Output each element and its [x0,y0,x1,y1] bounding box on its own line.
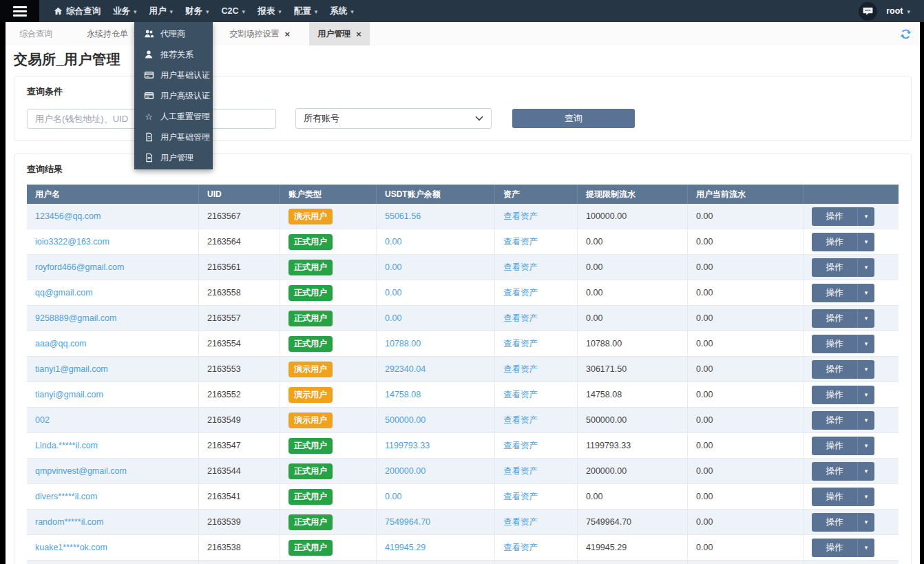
action-button[interactable]: 操作 [812,335,857,353]
usdt-balance-link[interactable]: 0.00 [385,313,401,323]
username-link[interactable]: 002 [35,415,50,425]
action-button[interactable]: 操作 [812,411,857,430]
nav-menu-item[interactable]: 系统 ▾ [324,0,360,22]
username-link[interactable]: 9258889@gmail.com [35,313,116,323]
username-link[interactable]: qmpvinvest@gmail.com [35,466,127,476]
nav-menu-item[interactable]: 综合查询 [48,0,107,22]
action-split-button: 操作 ▾ [812,258,874,277]
usdt-balance-link[interactable]: 292340.04 [385,364,426,374]
action-dropdown-toggle[interactable]: ▾ [857,233,874,251]
view-assets-link[interactable]: 查看资产 [503,211,538,222]
sidebar-toggle-button[interactable] [0,0,39,22]
usdt-balance-link[interactable]: 1199793.33 [385,441,430,450]
usdt-balance-link[interactable]: 10788.00 [385,339,421,348]
dropdown-menu-item[interactable]: 用户基础管理 [134,127,213,147]
nav-menu-item[interactable]: 财务 ▾ [179,0,216,22]
action-button[interactable]: 操作 [812,462,857,481]
tab[interactable]: 交割场控设置 × [222,22,299,45]
action-dropdown-toggle[interactable]: ▾ [857,207,874,226]
username-link[interactable]: qq@gmail.com [35,288,93,297]
username-link[interactable]: Linda.*****il.com [35,441,98,450]
action-button[interactable]: 操作 [812,258,857,277]
action-dropdown-toggle[interactable]: ▾ [857,309,874,328]
usdt-balance-link[interactable]: 14758.08 [385,390,421,399]
action-split-button: 操作 ▾ [812,539,874,557]
action-dropdown-toggle[interactable]: ▾ [857,386,874,404]
view-assets-link[interactable]: 查看资产 [503,236,538,248]
tab-close-icon[interactable]: × [285,30,291,39]
usdt-balance-link[interactable]: 0.00 [385,262,401,272]
nav-menu-item[interactable]: C2C ▾ [216,0,252,22]
view-assets-link[interactable]: 查看资产 [503,516,538,528]
username-link[interactable]: ioio3322@163.com [35,237,109,247]
action-dropdown-toggle[interactable]: ▾ [857,360,874,379]
username-link[interactable]: random*****il.com [35,517,103,527]
action-dropdown-toggle[interactable]: ▾ [857,335,874,353]
action-dropdown-toggle[interactable]: ▾ [857,488,874,506]
user-menu-button[interactable]: root ▾ [886,6,910,16]
action-button[interactable]: 操作 [812,207,857,226]
dropdown-menu-item[interactable]: 用户高级认证 [134,85,213,106]
nav-menu-item[interactable]: 业务 ▾ [107,0,143,22]
search-button[interactable]: 查询 [512,109,635,128]
tab[interactable]: 综合查询 [11,22,61,45]
action-dropdown-toggle[interactable]: ▾ [857,258,874,277]
action-dropdown-toggle[interactable]: ▾ [857,513,874,532]
account-type-select[interactable]: 所有账号 [295,108,492,129]
action-button[interactable]: 操作 [812,513,857,532]
view-assets-link[interactable]: 查看资产 [503,338,538,350]
dropdown-menu-item[interactable]: 用户基础认证 [134,65,213,85]
tab[interactable]: 用户管理 × [309,22,370,45]
action-dropdown-toggle[interactable]: ▾ [857,284,874,302]
dropdown-menu-item[interactable]: 推荐关系 [134,44,213,65]
usdt-balance-link[interactable]: 419945.29 [385,543,426,552]
view-assets-link[interactable]: 查看资产 [503,364,538,375]
view-assets-link[interactable]: 查看资产 [503,389,538,401]
action-button[interactable]: 操作 [812,539,857,557]
view-assets-link[interactable]: 查看资产 [503,440,538,452]
action-dropdown-toggle[interactable]: ▾ [857,437,874,455]
refresh-button[interactable] [900,28,912,40]
account-type-badge: 正式用户 [288,260,333,275]
action-button[interactable]: 操作 [812,386,857,404]
username-link[interactable]: divers*****il.com [35,492,97,501]
usdt-balance-link[interactable]: 0.00 [385,288,401,297]
action-dropdown-toggle[interactable]: ▾ [857,539,874,557]
action-button[interactable]: 操作 [812,488,857,506]
chat-button[interactable] [859,2,877,21]
username-link[interactable]: royford466@gmail.com [35,262,124,272]
action-button[interactable]: 操作 [812,360,857,379]
usdt-balance-link[interactable]: 7549964.70 [385,517,430,527]
table-row: 9258889@gmail.com 2163557 正式用户 0.00 查看资产… [27,306,899,331]
username-link[interactable]: aaa@qq.com [35,339,87,348]
nav-menu-item[interactable]: 报表 ▾ [251,0,288,22]
usdt-balance-link[interactable]: 200000.00 [385,466,426,476]
username-link[interactable]: kuake1*****ok.com [35,543,107,552]
action-button[interactable]: 操作 [812,309,857,328]
tab-close-icon[interactable]: × [356,30,361,39]
action-dropdown-toggle[interactable]: ▾ [857,411,874,430]
view-assets-link[interactable]: 查看资产 [503,491,538,503]
view-assets-link[interactable]: 查看资产 [503,313,538,324]
view-assets-link[interactable]: 查看资产 [503,542,538,554]
nav-menu-item[interactable]: 配置 ▾ [288,0,324,22]
username-link[interactable]: tianyi1@gmail.com [35,364,108,374]
dropdown-menu-item[interactable]: 用户管理 [134,147,213,168]
action-button[interactable]: 操作 [812,233,857,251]
usdt-balance-link[interactable]: 500000.00 [385,415,426,425]
view-assets-link[interactable]: 查看资产 [503,466,538,477]
username-link[interactable]: tianyi@gmail.com [35,390,103,399]
usdt-balance-link[interactable]: 55061.56 [385,211,421,221]
nav-menu-item[interactable]: 用户 ▾ [143,0,180,22]
view-assets-link[interactable]: 查看资产 [503,287,538,299]
view-assets-link[interactable]: 查看资产 [503,415,538,426]
usdt-balance-link[interactable]: 0.00 [385,237,401,247]
usdt-balance-link[interactable]: 0.00 [385,492,401,501]
action-button[interactable]: 操作 [812,284,857,302]
view-assets-link[interactable]: 查看资产 [503,262,538,273]
dropdown-menu-item[interactable]: 代理商 [134,23,213,44]
dropdown-menu-item[interactable]: ☆ 人工重置管理 [134,106,213,127]
username-link[interactable]: 123456@qq.com [35,211,101,221]
action-dropdown-toggle[interactable]: ▾ [857,462,874,481]
action-button[interactable]: 操作 [812,437,857,455]
